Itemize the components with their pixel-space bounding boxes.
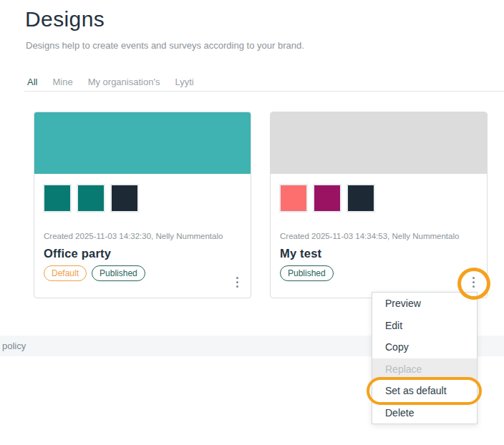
design-name: Office party [44, 247, 111, 260]
badge-row: Published [280, 265, 334, 281]
color-swatch [77, 184, 105, 212]
tab-my-organisations[interactable]: My organisation's [88, 77, 160, 94]
tab-all-label: All [27, 77, 37, 87]
color-swatch [43, 184, 72, 212]
color-swatch-row [43, 184, 139, 212]
tab-lyyti[interactable]: Lyyti [175, 77, 193, 94]
created-timestamp: Created 2025-11-03 14:34:53, Nelly Numme… [280, 232, 459, 240]
color-swatch-row [279, 184, 375, 212]
tab-all[interactable]: All [27, 77, 37, 94]
color-swatch [313, 184, 341, 212]
published-badge: Published [92, 265, 145, 281]
design-preview-banner [271, 112, 487, 174]
design-name: My test [280, 247, 321, 260]
tabs-divider [24, 91, 504, 92]
tab-lyyti-label: Lyyti [175, 77, 193, 87]
color-swatch [110, 184, 139, 212]
menu-item-copy[interactable]: Copy [372, 336, 477, 358]
tabs-bar: All Mine My organisation's Lyyti [27, 77, 194, 94]
design-card-office-party[interactable]: Created 2025-11-03 14:32:30, Nelly Numme… [34, 112, 251, 298]
tab-mine-label: Mine [52, 77, 72, 87]
menu-item-replace: Replace [372, 358, 477, 381]
default-badge: Default [44, 265, 87, 281]
page-subtitle: Designs help to create events and survey… [26, 40, 304, 51]
created-timestamp: Created 2025-11-03 14:32:30, Nelly Numme… [44, 232, 223, 240]
menu-item-preview[interactable]: Preview [372, 293, 477, 315]
card-context-menu: Preview Edit Copy Replace Set as default… [372, 292, 478, 424]
tab-my-organisations-label: My organisation's [88, 77, 160, 87]
design-card-my-test[interactable]: Created 2025-11-03 14:34:53, Nelly Numme… [270, 112, 488, 298]
tab-mine[interactable]: Mine [52, 77, 72, 94]
page-title: Designs [25, 7, 105, 31]
design-preview-banner [34, 112, 251, 174]
kebab-menu-icon[interactable] [470, 275, 478, 290]
badge-row: Default Published [44, 265, 145, 281]
color-swatch [346, 184, 375, 212]
menu-item-set-as-default[interactable]: Set as default [372, 380, 477, 402]
footer-policy-link[interactable]: policy [2, 336, 26, 356]
kebab-menu-icon[interactable] [234, 275, 241, 290]
menu-item-delete[interactable]: Delete [372, 402, 477, 424]
published-badge: Published [280, 265, 334, 281]
color-swatch [279, 184, 308, 212]
menu-item-edit[interactable]: Edit [372, 315, 477, 337]
